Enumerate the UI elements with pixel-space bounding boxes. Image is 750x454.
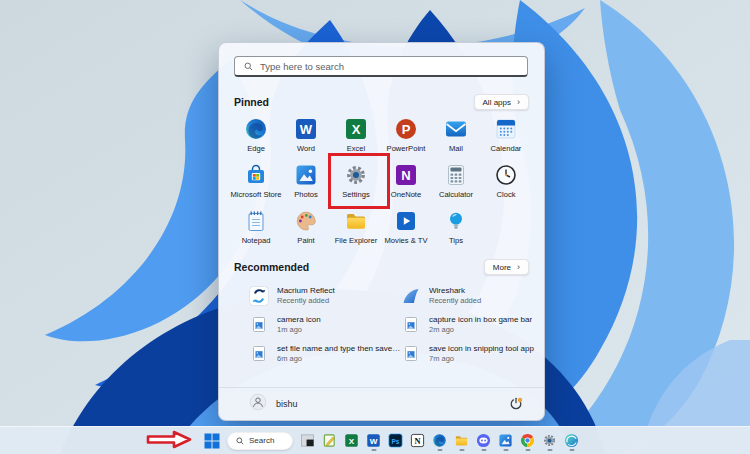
recommended-item-capture-icon[interactable]: capture icon in box game bar 2m ago	[401, 315, 537, 335]
running-indicator	[503, 449, 508, 452]
excel-icon: X	[344, 433, 359, 448]
calculator-icon	[444, 163, 468, 187]
notepad-plus-plus-icon	[322, 433, 337, 448]
taskbar-app-photoshop[interactable]: Ps	[386, 430, 405, 451]
pinned-app-mail[interactable]: Mail	[431, 114, 481, 160]
notion-icon: N	[410, 433, 425, 448]
tips-icon	[444, 209, 468, 233]
running-indicator	[525, 449, 530, 452]
svg-text:Ps: Ps	[391, 438, 399, 445]
running-indicator	[459, 449, 464, 452]
user-profile-button[interactable]: bishu	[249, 393, 298, 415]
pinned-app-notepad[interactable]: Notepad	[231, 206, 281, 252]
photos-icon	[294, 163, 318, 187]
file-explorer-icon	[344, 209, 368, 233]
recommended-item-camera-icon[interactable]: camera icon 1m ago	[249, 315, 401, 335]
photos-app-icon	[498, 433, 513, 448]
start-menu-footer: bishu	[219, 387, 544, 420]
user-name: bishu	[276, 399, 298, 409]
search-icon	[236, 437, 244, 445]
recommended-item-macrium[interactable]: Macrium Reflect Recently added	[249, 286, 401, 306]
pinned-app-microsoft-store[interactable]: Microsoft Store	[231, 160, 281, 206]
pinned-app-file-explorer[interactable]: File Explorer	[331, 206, 381, 252]
mail-icon	[444, 117, 468, 141]
power-button[interactable]	[508, 396, 524, 412]
excel-icon: X	[344, 117, 368, 141]
image-file-icon	[401, 315, 421, 335]
image-file-icon	[249, 344, 269, 364]
chrome-icon	[520, 433, 535, 448]
pinned-app-clock[interactable]: Clock	[481, 160, 531, 206]
running-indicator	[481, 449, 486, 452]
running-indicator	[569, 449, 574, 452]
svg-text:W: W	[300, 122, 313, 137]
pinned-app-calculator[interactable]: Calculator	[431, 160, 481, 206]
taskbar-app-notion[interactable]: N	[408, 430, 427, 451]
pinned-app-edge[interactable]: Edge	[231, 114, 281, 160]
dark-window-icon	[300, 433, 315, 448]
macrium-reflect-icon	[249, 286, 269, 306]
all-apps-button[interactable]: All apps ›	[474, 94, 529, 110]
taskbar-app-notepad-plus-plus[interactable]	[320, 430, 339, 451]
taskbar-app-edge[interactable]	[430, 430, 449, 451]
image-file-icon	[401, 344, 421, 364]
phone-link-icon	[564, 433, 579, 448]
pinned-app-calendar[interactable]: Calendar	[481, 114, 531, 160]
edge-icon	[432, 433, 447, 448]
taskbar-app-dark-window[interactable]	[298, 430, 317, 451]
powerpoint-icon: P	[394, 117, 418, 141]
user-avatar-icon	[249, 393, 267, 415]
taskbar-app-chrome[interactable]	[518, 430, 537, 451]
svg-text:N: N	[401, 168, 410, 183]
settings-highlight-box	[328, 153, 390, 209]
recommended-item-wireshark[interactable]: Wireshark Recently added	[401, 286, 537, 306]
taskbar-app-file-explorer[interactable]	[452, 430, 471, 451]
notepad-icon	[244, 209, 268, 233]
running-indicator	[371, 449, 376, 452]
edge-icon	[244, 117, 268, 141]
pinned-section-title: Pinned	[234, 96, 269, 108]
word-icon: W	[294, 117, 318, 141]
movies-tv-icon	[394, 209, 418, 233]
desktop-screen: Type here to search Pinned All apps › Ed…	[0, 0, 750, 454]
paint-icon	[294, 209, 318, 233]
wireshark-icon	[401, 286, 421, 306]
image-file-icon	[249, 315, 269, 335]
clock-icon	[494, 163, 518, 187]
discord-icon	[476, 433, 491, 448]
search-icon	[244, 57, 253, 75]
calendar-icon	[494, 117, 518, 141]
recommended-item-save-icon[interactable]: save icon in snipping tool app 7m ago	[401, 344, 537, 364]
taskbar-app-settings[interactable]	[540, 430, 559, 451]
taskbar-search-button[interactable]: Search	[227, 432, 293, 450]
svg-text:X: X	[352, 122, 361, 137]
pinned-app-tips[interactable]: Tips	[431, 206, 481, 252]
update-badge	[518, 398, 523, 403]
start-search-input[interactable]: Type here to search	[234, 56, 528, 77]
svg-text:P: P	[402, 122, 411, 137]
taskbar-app-phone-link[interactable]	[562, 430, 581, 451]
power-icon	[508, 396, 524, 412]
pinned-app-movies-tv[interactable]: Movies & TV	[381, 206, 431, 252]
more-button[interactable]: More ›	[484, 259, 529, 275]
pinned-app-photos[interactable]: Photos	[281, 160, 331, 206]
running-indicator	[547, 449, 552, 452]
chevron-right-icon: ›	[517, 98, 520, 107]
recommended-section-title: Recommended	[234, 261, 309, 273]
start-menu: Type here to search Pinned All apps › Ed…	[218, 42, 545, 421]
svg-text:W: W	[370, 437, 378, 446]
recommended-grid: Macrium Reflect Recently added Wireshark…	[249, 281, 537, 368]
taskbar-app-discord[interactable]	[474, 430, 493, 451]
file-explorer-icon	[454, 433, 469, 448]
taskbar-app-word[interactable]: W	[364, 430, 383, 451]
running-indicator	[437, 449, 442, 452]
pinned-app-paint[interactable]: Paint	[281, 206, 331, 252]
recommended-item-set-file-name[interactable]: set file name and type then save in... 6…	[249, 344, 401, 364]
red-arrow-annotation	[146, 430, 192, 453]
start-button[interactable]	[201, 430, 222, 451]
taskbar-app-photos[interactable]	[496, 430, 515, 451]
settings-gear-icon	[542, 433, 557, 448]
pinned-app-word[interactable]: W Word	[281, 114, 331, 160]
microsoft-store-icon	[244, 163, 268, 187]
taskbar-app-excel[interactable]: X	[342, 430, 361, 451]
